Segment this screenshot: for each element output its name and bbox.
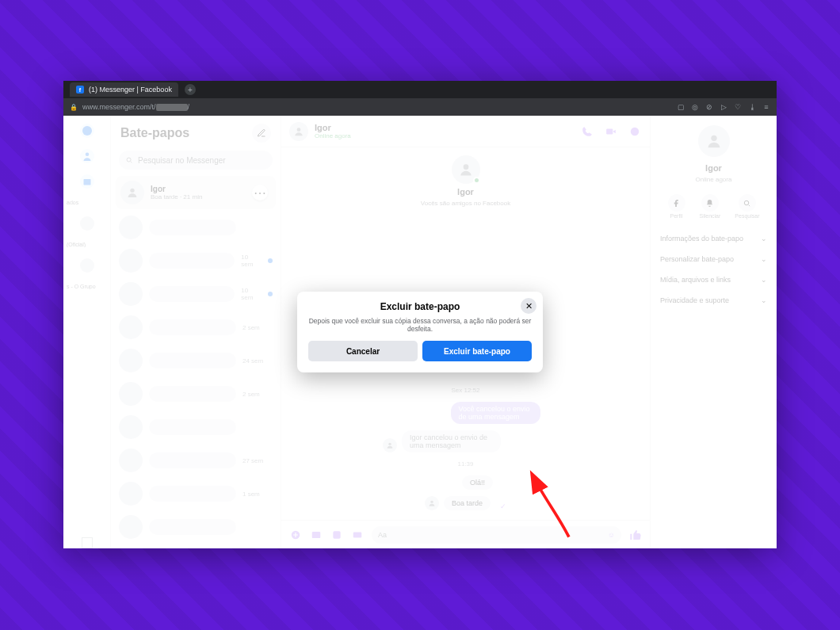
emoji-icon[interactable]: ☺ — [608, 531, 615, 539]
conversation-item-active[interactable]: Igor Boa tarde · 21 min ⋯ — [116, 176, 276, 209]
close-button[interactable]: ✕ — [521, 298, 536, 314]
svg-point-7 — [631, 127, 640, 136]
avatar-icon — [120, 181, 144, 204]
compose-button[interactable] — [252, 124, 271, 143]
unread-indicator-icon — [268, 258, 273, 263]
rail-group-icon[interactable] — [80, 216, 94, 231]
svg-point-4 — [130, 189, 134, 193]
svg-point-8 — [463, 164, 468, 170]
lock-icon: 🔒 — [70, 104, 78, 111]
info-section[interactable]: Mídia, arquivos e links⌄ — [657, 271, 770, 288]
redacted-url-segment — [156, 104, 188, 111]
conversation-list-panel: Bate-papos Pesquisar no Messenger Igor B… — [111, 116, 281, 548]
thread-status: Online agora — [315, 132, 351, 139]
conversation-item[interactable] — [111, 510, 281, 544]
url-text[interactable]: www.messenger.com/t// — [82, 103, 672, 111]
extension-icon[interactable]: ♡ — [734, 103, 742, 111]
profile-action[interactable]: Perfil — [668, 194, 685, 219]
call-icon[interactable] — [580, 124, 594, 139]
conversation-item[interactable]: 10 sem — [111, 244, 281, 277]
thread-header: Igor Online agora — [281, 116, 650, 147]
avatar-icon — [289, 122, 308, 141]
download-icon[interactable]: ⭳ — [748, 103, 756, 111]
unsent-message-pill: Igor cancelou o envio de uma mensagem — [402, 430, 501, 452]
conversation-time: 1 sem — [242, 491, 260, 498]
conversation-item[interactable]: 1 sem — [111, 477, 281, 510]
svg-rect-14 — [353, 532, 362, 537]
avatar-icon — [119, 282, 143, 306]
info-section[interactable]: Privacidade e suporte⌄ — [657, 292, 770, 309]
unread-indicator-icon — [268, 292, 273, 296]
message-bubble: Olá!! — [462, 475, 493, 490]
conversation-time: 10 sem — [241, 254, 262, 268]
avatar-icon — [119, 382, 143, 406]
avatar-icon — [119, 349, 143, 372]
avatar-icon — [119, 415, 143, 439]
delivered-icon: ✓ — [500, 502, 506, 510]
conversation-item[interactable]: 10 sem — [111, 277, 281, 311]
avatar-icon — [119, 249, 143, 273]
search-action[interactable]: Pesquisar — [735, 194, 759, 219]
svg-point-16 — [745, 200, 750, 204]
new-tab-button[interactable]: + — [185, 84, 196, 95]
confirm-delete-button[interactable]: Excluir bate-papo — [422, 341, 532, 361]
layout-toggle-icon[interactable] — [82, 537, 93, 548]
search-input[interactable]: Pesquisar no Messenger — [119, 151, 273, 170]
rail-market-icon[interactable] — [80, 174, 94, 189]
modal-title: Excluir bate-papo — [308, 301, 532, 312]
message-placeholder: Aa — [378, 531, 387, 539]
extension-icon[interactable]: ▷ — [720, 103, 727, 111]
browser-url-bar: 🔒 www.messenger.com/t// ▢ ◎ ⊘ ▷ ♡ ⭳ ≡ — [63, 98, 777, 116]
rail-chat-icon[interactable] — [80, 124, 94, 138]
browser-action-icons: ▢ ◎ ⊘ ▷ ♡ ⭳ ≡ — [677, 103, 770, 111]
extension-icon[interactable]: ⊘ — [705, 103, 713, 111]
search-icon — [739, 194, 756, 212]
image-icon[interactable] — [310, 529, 323, 541]
unsent-message-pill: Você cancelou o envio de uma mensagem — [451, 402, 541, 424]
info-section[interactable]: Personalizar bate-papo⌄ — [657, 250, 770, 268]
info-panel: Igor Online agora Perfil Silenciar Pesqu… — [650, 116, 777, 548]
redacted-preview — [149, 519, 236, 535]
conversation-item[interactable]: 2 sem — [111, 377, 281, 410]
menu-icon[interactable]: ≡ — [762, 103, 770, 111]
message-row: Olá!! — [438, 475, 493, 490]
avatar-icon — [119, 515, 143, 539]
info-icon[interactable] — [628, 124, 642, 139]
avatar-icon — [119, 449, 143, 472]
conversation-item[interactable] — [111, 211, 281, 244]
sticker-icon[interactable] — [330, 529, 343, 541]
gif-icon[interactable] — [351, 529, 364, 541]
message-input[interactable]: Aa ☺ — [372, 526, 621, 544]
search-placeholder: Pesquisar no Messenger — [138, 156, 226, 165]
redacted-preview — [149, 386, 236, 402]
browser-window: f (1) Messenger | Facebook + 🔒 www.messe… — [63, 81, 777, 548]
conversation-list-header: Bate-papos — [111, 116, 281, 147]
rail-group-icon[interactable] — [80, 258, 94, 273]
redacted-preview — [149, 253, 235, 269]
conversation-item[interactable]: 2 sem — [111, 311, 281, 344]
conversation-item[interactable]: 24 sem — [111, 344, 281, 377]
extension-icon[interactable]: ▢ — [677, 103, 685, 111]
video-call-icon[interactable] — [604, 124, 618, 139]
svg-rect-13 — [333, 531, 340, 538]
svg-point-9 — [388, 443, 391, 445]
add-attachment-icon[interactable] — [289, 529, 302, 541]
extension-icon[interactable]: ◎ — [691, 103, 699, 111]
conversation-item[interactable]: 27 sem — [111, 444, 281, 477]
message-row: Igor cancelou o envio de uma mensagem — [383, 430, 548, 452]
conversation-time: 27 sem — [242, 457, 263, 464]
info-section[interactable]: Informações do bate-papo⌄ — [657, 230, 770, 247]
conversation-menu-button[interactable]: ⋯ — [252, 185, 268, 200]
contact-relation: Vocês são amigos no Facebook — [421, 200, 510, 207]
mute-action[interactable]: Silenciar — [700, 194, 721, 219]
cancel-button[interactable]: Cancelar — [308, 341, 418, 361]
conversation-item[interactable] — [111, 410, 281, 444]
modal-body: Depois que você excluir sua cópia dessa … — [308, 317, 532, 333]
redacted-preview — [149, 319, 236, 335]
timestamp-label: Sex 12:52 — [289, 387, 642, 394]
thumbs-up-icon[interactable] — [629, 529, 642, 541]
rail-people-icon[interactable] — [80, 149, 94, 163]
avatar-icon — [698, 125, 730, 157]
delete-chat-modal: ✕ Excluir bate-papo Depois que você excl… — [297, 292, 543, 372]
browser-tab[interactable]: f (1) Messenger | Facebook — [70, 82, 178, 97]
